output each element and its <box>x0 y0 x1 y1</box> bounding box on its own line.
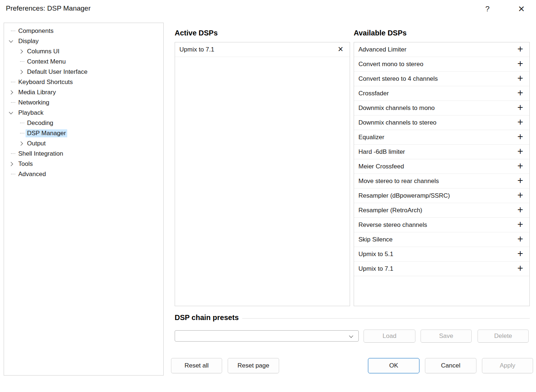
add-icon[interactable]: + <box>515 146 526 157</box>
chevron-right-icon[interactable] <box>19 141 23 145</box>
preset-combobox[interactable] <box>175 330 359 342</box>
tree-item-networking[interactable]: Networking <box>4 98 163 108</box>
cancel-button[interactable]: Cancel <box>425 358 476 373</box>
tree-connector-line <box>20 123 24 123</box>
add-icon[interactable]: + <box>515 88 526 99</box>
tree-item-keyboard-shortcuts[interactable]: Keyboard Shortcuts <box>4 77 163 87</box>
window-title: Preferences: DSP Manager <box>6 4 91 12</box>
available-dsp-row-convert-stereo-to-4-channels[interactable]: Convert stereo to 4 channels+ <box>354 72 529 86</box>
chevron-right-icon[interactable] <box>9 90 13 94</box>
available-dsp-row-crossfader[interactable]: Crossfader+ <box>354 86 529 101</box>
tree-item-display[interactable]: Display <box>4 36 163 46</box>
tree-item-label: Advanced <box>17 170 47 178</box>
chevron-down-icon[interactable] <box>9 110 13 114</box>
tree-item-label: Display <box>17 37 40 45</box>
add-icon[interactable]: + <box>515 176 526 187</box>
available-dsp-row-meier-crossfeed[interactable]: Meier Crossfeed+ <box>354 159 529 174</box>
ok-button[interactable]: OK <box>368 358 419 373</box>
add-icon[interactable]: + <box>515 132 526 143</box>
available-dsp-label: Equalizer <box>358 134 384 141</box>
tree-item-decoding[interactable]: Decoding <box>4 118 163 128</box>
chevron-down-icon <box>349 334 353 338</box>
available-dsp-row-hard-6db-limiter[interactable]: Hard -6dB limiter+ <box>354 145 529 159</box>
delete-button-label: Delete <box>494 332 512 340</box>
available-dsps-heading: Available DSPs <box>354 29 407 37</box>
available-dsp-row-resampler-retroarch[interactable]: Resampler (RetroArch)+ <box>354 203 529 218</box>
tree-item-context-menu[interactable]: Context Menu <box>4 57 163 67</box>
dsp-chain-presets-group: DSP chain presets <box>175 313 530 322</box>
available-dsp-row-move-stereo-to-rear-channels[interactable]: Move stereo to rear channels+ <box>354 174 529 189</box>
tree-item-columns-ui[interactable]: Columns UI <box>4 46 163 57</box>
add-icon[interactable]: + <box>515 59 526 70</box>
available-dsp-row-skip-silence[interactable]: Skip Silence+ <box>354 232 529 247</box>
add-icon[interactable]: + <box>515 220 526 231</box>
tree-connector-line <box>20 133 24 133</box>
tree-item-output[interactable]: Output <box>4 138 163 149</box>
chevron-down-icon[interactable] <box>9 38 13 42</box>
tree-item-playback[interactable]: Playback <box>4 108 163 118</box>
tree-item-media-library[interactable]: Media Library <box>4 87 163 98</box>
available-dsp-label: Upmix to 5.1 <box>358 251 393 258</box>
add-icon[interactable]: + <box>515 263 526 274</box>
save-button[interactable]: Save <box>421 330 472 343</box>
reset-all-button-label: Reset all <box>185 362 209 369</box>
available-dsp-row-upmix-to-7-1[interactable]: Upmix to 7.1+ <box>354 262 529 276</box>
remove-icon[interactable]: × <box>335 45 346 55</box>
tree-item-components[interactable]: Components <box>4 26 163 36</box>
available-dsp-row-equalizer[interactable]: Equalizer+ <box>354 130 529 145</box>
add-icon[interactable]: + <box>515 73 526 84</box>
tree-item-label: Keyboard Shortcuts <box>17 78 74 86</box>
tree-connector-line <box>11 82 15 82</box>
dsp-chain-presets-heading: DSP chain presets <box>175 313 239 322</box>
add-icon[interactable]: + <box>515 44 526 55</box>
close-button[interactable]: × <box>512 0 531 17</box>
ok-button-label: OK <box>389 362 398 369</box>
delete-button[interactable]: Delete <box>478 330 529 343</box>
add-icon[interactable]: + <box>515 117 526 128</box>
available-dsp-row-convert-mono-to-stereo[interactable]: Convert mono to stereo+ <box>354 57 529 72</box>
available-dsp-row-downmix-channels-to-stereo[interactable]: Downmix channels to stereo+ <box>354 115 529 130</box>
active-dsp-label: Upmix to 7.1 <box>179 46 214 53</box>
tree-item-label: Networking <box>17 99 51 107</box>
tree-connector-line <box>20 61 24 62</box>
chevron-right-icon[interactable] <box>19 70 23 74</box>
tree-item-label: Context Menu <box>26 58 67 66</box>
title-bar: Preferences: DSP Manager ? × <box>0 0 536 18</box>
tree-item-dsp-manager[interactable]: DSP Manager <box>4 128 163 138</box>
preferences-window: Preferences: DSP Manager ? × ComponentsD… <box>0 0 536 392</box>
save-button-label: Save <box>439 332 453 340</box>
add-icon[interactable]: + <box>515 161 526 172</box>
available-dsp-label: Crossfader <box>358 90 389 97</box>
available-dsp-row-downmix-channels-to-mono[interactable]: Downmix channels to mono+ <box>354 101 529 115</box>
add-icon[interactable]: + <box>515 103 526 114</box>
chevron-right-icon[interactable] <box>19 49 23 53</box>
add-icon[interactable]: + <box>515 205 526 216</box>
available-dsp-label: Downmix channels to stereo <box>358 119 437 126</box>
tree-item-default-user-interface[interactable]: Default User Interface <box>4 67 163 77</box>
available-dsp-label: Advanced Limiter <box>358 46 406 53</box>
reset-all-button[interactable]: Reset all <box>171 358 222 373</box>
active-dsp-row-upmix-to-7-1[interactable]: Upmix to 7.1× <box>175 42 350 57</box>
preferences-tree: ComponentsDisplayColumns UIContext MenuD… <box>4 23 164 376</box>
available-dsp-label: Meier Crossfeed <box>358 163 404 170</box>
apply-button[interactable]: Apply <box>482 358 533 373</box>
chevron-right-icon[interactable] <box>9 162 13 166</box>
tree-item-shell-integration[interactable]: Shell Integration <box>4 149 163 159</box>
add-icon[interactable]: + <box>515 234 526 245</box>
load-button[interactable]: Load <box>364 330 415 343</box>
add-icon[interactable]: + <box>515 249 526 260</box>
available-dsp-row-advanced-limiter[interactable]: Advanced Limiter+ <box>354 42 529 57</box>
tree-item-advanced[interactable]: Advanced <box>4 169 163 179</box>
tree-item-label: Default User Interface <box>26 68 89 76</box>
help-button[interactable]: ? <box>479 1 495 16</box>
help-icon: ? <box>485 4 490 13</box>
group-divider <box>242 318 530 319</box>
available-dsp-row-resampler-dbpoweramp-ssrc[interactable]: Resampler (dBpoweramp/SSRC)+ <box>354 189 529 203</box>
close-icon: × <box>518 3 525 15</box>
reset-page-button[interactable]: Reset page <box>228 358 279 373</box>
tree-item-label: Components <box>17 27 55 35</box>
tree-item-tools[interactable]: Tools <box>4 159 163 169</box>
available-dsp-row-upmix-to-5-1[interactable]: Upmix to 5.1+ <box>354 247 529 262</box>
available-dsp-row-reverse-stereo-channels[interactable]: Reverse stereo channels+ <box>354 218 529 232</box>
add-icon[interactable]: + <box>515 190 526 201</box>
